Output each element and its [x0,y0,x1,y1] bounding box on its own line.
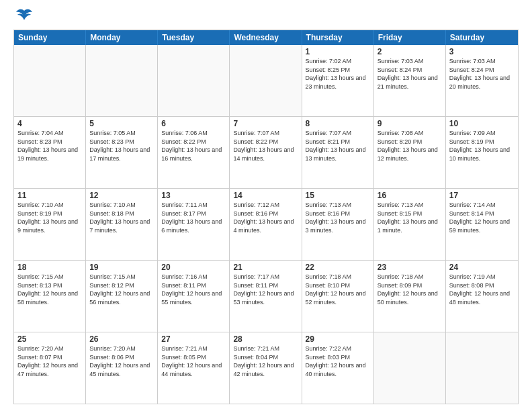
day-number: 1 [306,47,370,56]
calendar-cell: 6 Sunrise: 7:06 AM Sunset: 8:22 PM Dayli… [158,117,230,188]
calendar-cell: 15 Sunrise: 7:13 AM Sunset: 8:16 PM Dayl… [302,189,374,260]
day-number: 9 [378,119,442,128]
header-saturday: Saturday [446,30,518,45]
calendar-cell [86,45,158,116]
day-info: Sunrise: 7:04 AM Sunset: 8:23 PM Dayligh… [17,129,82,163]
day-number: 17 [449,191,515,200]
calendar-cell: 25 Sunrise: 7:20 AM Sunset: 8:07 PM Dayl… [14,332,86,404]
day-number: 22 [306,263,370,272]
calendar-cell: 28 Sunrise: 7:21 AM Sunset: 8:04 PM Dayl… [230,332,302,404]
calendar-cell: 1 Sunrise: 7:02 AM Sunset: 8:25 PM Dayli… [302,45,374,116]
day-number: 24 [449,263,515,272]
day-info: Sunrise: 7:11 AM Sunset: 8:17 PM Dayligh… [161,201,226,234]
day-info: Sunrise: 7:08 AM Sunset: 8:20 PM Dayligh… [378,129,442,163]
calendar-cell: 2 Sunrise: 7:03 AM Sunset: 8:24 PM Dayli… [374,45,446,116]
day-info: Sunrise: 7:13 AM Sunset: 8:15 PM Dayligh… [378,201,442,234]
header [13,11,519,24]
day-info: Sunrise: 7:10 AM Sunset: 8:18 PM Dayligh… [89,201,154,234]
day-info: Sunrise: 7:07 AM Sunset: 8:21 PM Dayligh… [306,129,370,163]
day-info: Sunrise: 7:18 AM Sunset: 8:09 PM Dayligh… [378,273,442,306]
calendar-row-2: 4 Sunrise: 7:04 AM Sunset: 8:23 PM Dayli… [14,116,518,188]
calendar-cell: 16 Sunrise: 7:13 AM Sunset: 8:15 PM Dayl… [374,189,446,260]
day-number: 3 [449,47,515,56]
calendar-cell: 21 Sunrise: 7:17 AM Sunset: 8:11 PM Dayl… [230,261,302,332]
calendar-cell: 4 Sunrise: 7:04 AM Sunset: 8:23 PM Dayli… [14,117,86,188]
day-number: 23 [378,263,442,272]
calendar-cell: 12 Sunrise: 7:10 AM Sunset: 8:18 PM Dayl… [86,189,158,260]
day-info: Sunrise: 7:22 AM Sunset: 8:03 PM Dayligh… [306,345,370,378]
day-info: Sunrise: 7:06 AM Sunset: 8:22 PM Dayligh… [161,129,226,163]
calendar-cell [446,332,518,404]
day-number: 16 [378,191,442,200]
day-number: 13 [161,191,226,200]
day-number: 15 [306,191,370,200]
day-number: 28 [233,334,298,344]
calendar-cell: 27 Sunrise: 7:21 AM Sunset: 8:05 PM Dayl… [158,332,230,404]
day-number: 18 [17,263,82,272]
day-info: Sunrise: 7:20 AM Sunset: 8:06 PM Dayligh… [89,345,154,378]
day-info: Sunrise: 7:14 AM Sunset: 8:14 PM Dayligh… [449,201,515,234]
day-number: 6 [161,119,226,128]
day-number: 14 [233,191,298,200]
calendar-row-3: 11 Sunrise: 7:10 AM Sunset: 8:19 PM Dayl… [14,188,518,260]
day-info: Sunrise: 7:16 AM Sunset: 8:11 PM Dayligh… [161,273,226,306]
calendar-row-4: 18 Sunrise: 7:15 AM Sunset: 8:13 PM Dayl… [14,260,518,332]
logo [13,11,34,24]
calendar-cell: 26 Sunrise: 7:20 AM Sunset: 8:06 PM Dayl… [86,332,158,404]
day-info: Sunrise: 7:03 AM Sunset: 8:24 PM Dayligh… [378,57,442,91]
header-friday: Friday [374,30,446,45]
calendar-cell: 22 Sunrise: 7:18 AM Sunset: 8:10 PM Dayl… [302,261,374,332]
calendar-cell: 23 Sunrise: 7:18 AM Sunset: 8:09 PM Dayl… [374,261,446,332]
day-number: 20 [161,263,226,272]
day-info: Sunrise: 7:20 AM Sunset: 8:07 PM Dayligh… [17,345,82,378]
calendar-cell: 9 Sunrise: 7:08 AM Sunset: 8:20 PM Dayli… [374,117,446,188]
day-info: Sunrise: 7:09 AM Sunset: 8:19 PM Dayligh… [449,129,515,163]
page: Sunday Monday Tuesday Wednesday Thursday… [0,0,532,411]
calendar-cell: 7 Sunrise: 7:07 AM Sunset: 8:22 PM Dayli… [230,117,302,188]
calendar-cell [14,45,86,116]
day-number: 29 [306,334,370,344]
calendar-row-1: 1 Sunrise: 7:02 AM Sunset: 8:25 PM Dayli… [14,45,518,116]
calendar-cell [374,332,446,404]
day-info: Sunrise: 7:07 AM Sunset: 8:22 PM Dayligh… [233,129,298,163]
calendar-row-5: 25 Sunrise: 7:20 AM Sunset: 8:07 PM Dayl… [14,332,518,404]
header-sunday: Sunday [14,30,86,45]
header-tuesday: Tuesday [158,30,230,45]
day-number: 25 [17,334,82,344]
header-thursday: Thursday [302,30,374,45]
calendar-cell: 3 Sunrise: 7:03 AM Sunset: 8:24 PM Dayli… [446,45,518,116]
calendar-cell: 14 Sunrise: 7:12 AM Sunset: 8:16 PM Dayl… [230,189,302,260]
calendar-cell: 8 Sunrise: 7:07 AM Sunset: 8:21 PM Dayli… [302,117,374,188]
calendar-cell: 20 Sunrise: 7:16 AM Sunset: 8:11 PM Dayl… [158,261,230,332]
day-info: Sunrise: 7:15 AM Sunset: 8:13 PM Dayligh… [17,273,82,306]
day-number: 5 [89,119,154,128]
day-info: Sunrise: 7:10 AM Sunset: 8:19 PM Dayligh… [17,201,82,234]
calendar-header: Sunday Monday Tuesday Wednesday Thursday… [14,30,518,45]
day-info: Sunrise: 7:21 AM Sunset: 8:05 PM Dayligh… [161,345,226,378]
calendar: Sunday Monday Tuesday Wednesday Thursday… [13,30,519,404]
day-info: Sunrise: 7:19 AM Sunset: 8:08 PM Dayligh… [449,273,515,306]
calendar-cell: 19 Sunrise: 7:15 AM Sunset: 8:12 PM Dayl… [86,261,158,332]
day-number: 12 [89,191,154,200]
day-number: 21 [233,263,298,272]
calendar-body: 1 Sunrise: 7:02 AM Sunset: 8:25 PM Dayli… [14,45,518,404]
day-info: Sunrise: 7:17 AM Sunset: 8:11 PM Dayligh… [233,273,298,306]
header-monday: Monday [86,30,158,45]
calendar-cell: 10 Sunrise: 7:09 AM Sunset: 8:19 PM Dayl… [446,117,518,188]
calendar-cell: 13 Sunrise: 7:11 AM Sunset: 8:17 PM Dayl… [158,189,230,260]
day-info: Sunrise: 7:21 AM Sunset: 8:04 PM Dayligh… [233,345,298,378]
day-number: 26 [89,334,154,344]
calendar-cell: 18 Sunrise: 7:15 AM Sunset: 8:13 PM Dayl… [14,261,86,332]
day-info: Sunrise: 7:05 AM Sunset: 8:23 PM Dayligh… [89,129,154,163]
day-info: Sunrise: 7:12 AM Sunset: 8:16 PM Dayligh… [233,201,298,234]
day-info: Sunrise: 7:03 AM Sunset: 8:24 PM Dayligh… [449,57,515,91]
day-info: Sunrise: 7:18 AM Sunset: 8:10 PM Dayligh… [306,273,370,306]
calendar-cell: 5 Sunrise: 7:05 AM Sunset: 8:23 PM Dayli… [86,117,158,188]
day-number: 2 [378,47,442,56]
bird-icon [15,8,34,24]
day-info: Sunrise: 7:15 AM Sunset: 8:12 PM Dayligh… [89,273,154,306]
day-info: Sunrise: 7:13 AM Sunset: 8:16 PM Dayligh… [306,201,370,234]
day-number: 10 [449,119,515,128]
calendar-cell: 29 Sunrise: 7:22 AM Sunset: 8:03 PM Dayl… [302,332,374,404]
day-number: 7 [233,119,298,128]
